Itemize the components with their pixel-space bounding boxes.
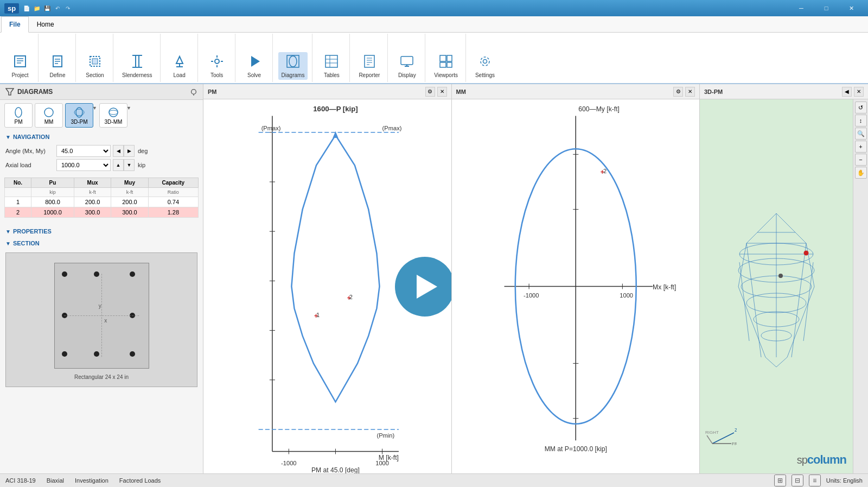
reporter-button[interactable]: Reporter [355,52,383,80]
3dpm-expand-btn[interactable]: ◀ [842,87,852,97]
close-button[interactable]: ✕ [839,0,864,16]
display-button[interactable]: Display [393,52,420,80]
axial-input[interactable]: 1000.0 [56,159,111,171]
3dmm-diagram-btn[interactable]: 3D-MM [99,103,127,128]
properties-section-header[interactable]: ▼ PROPERTIES [0,225,203,237]
svg-line-116 [792,243,806,357]
navigation-title: NAVIGATION [13,134,49,140]
svg-rect-37 [447,55,452,61]
load-button[interactable]: Load [166,52,193,80]
3dpm-diagram-btn[interactable]: 3D-PM [65,103,93,128]
view-list-btn[interactable]: ⊟ [792,475,803,486]
section-diagram: y x Rectangular 24 x 24 in [5,252,197,387]
3dmm-dropdown-arrow[interactable]: ▼ [126,105,131,111]
3d-rotate-btn[interactable]: ↺ [855,102,867,113]
svg-text:1: 1 [316,312,320,318]
mm-panel-header: MM ⚙ ✕ [452,84,700,99]
3dmm-label: 3D-MM [105,119,123,125]
3dpm-label: 3D-PM [71,119,87,125]
unit-row: kip k-ft k-ft Ratio [5,188,199,197]
svg-point-46 [44,108,53,117]
redo-icon[interactable]: ↷ [63,4,72,12]
viewports-button[interactable]: Viewports [431,52,461,80]
tables-button[interactable]: Tables [318,52,345,80]
new-file-icon[interactable]: 📄 [22,4,31,12]
3d-zoom-btn[interactable]: 🔍 [855,128,867,140]
3dpm-dropdown-arrow[interactable]: ▼ [92,105,97,111]
3d-pan-btn[interactable]: ↕ [855,115,867,127]
solve-button[interactable]: Solve [241,52,268,80]
angle-next-btn[interactable]: ▶ [124,145,135,157]
ribbon-tabs: File Home [0,16,868,33]
section-button[interactable]: Section [81,52,108,80]
diagrams-icon [285,54,301,71]
tools-button[interactable]: Tools [203,52,231,80]
display-label: Display [398,72,416,78]
diagrams-title-text: DIAGRAMS [17,88,53,96]
settings-button[interactable]: Settings [471,52,499,80]
3dpm-panel: 3D-PM ◀ ✕ .wire{fill:none;stroke:#3a7fc1… [700,84,868,473]
maximize-button[interactable]: □ [814,0,839,16]
project-button[interactable]: Project [7,52,34,80]
svg-rect-10 [136,55,139,67]
3d-zoomout-btn[interactable]: − [855,154,867,166]
title-bar: sp 📄 📁 💾 ↶ ↷ ─ □ ✕ [0,0,868,16]
column-text: column [807,453,846,466]
diagrams-button[interactable]: Diagrams [278,52,308,80]
3dmm-icon [107,106,120,119]
play-button-overlay[interactable] [395,257,451,317]
minimize-button[interactable]: ─ [789,0,814,16]
define-icon [50,54,65,71]
reporter-label: Reporter [359,72,380,78]
tables-label: Tables [324,72,340,78]
pm-settings-btn[interactable]: ⚙ [425,87,435,97]
mm-settings-btn[interactable]: ⚙ [673,87,683,97]
3d-hand-btn[interactable]: ✋ [855,167,867,179]
view-grid-btn[interactable]: ⊞ [774,475,786,486]
save-icon[interactable]: 💾 [43,4,52,12]
axial-prev-btn[interactable]: ▲ [113,159,124,171]
title-bar-controls: ─ □ ✕ [789,0,864,16]
unit-pu: kip [31,188,74,197]
navigation-section-header[interactable]: ▼ NAVIGATION [0,131,203,143]
status-bar: ACI 318-19 Biaxial Investigation Factore… [0,473,868,487]
filter-icon[interactable] [5,87,14,96]
svg-text:Z: Z [735,427,737,433]
undo-icon[interactable]: ↶ [53,4,62,12]
svg-rect-33 [401,56,413,65]
table-row[interactable]: 2 1000.0 300.0 300.0 1.28 [5,207,199,218]
row2-muy: 300.0 [111,207,148,218]
3dpm-icon [73,106,86,119]
col-muy: Muy [111,178,148,188]
load-point-inner [778,274,783,278]
angle-input[interactable]: 45.0 [56,145,111,157]
svg-line-115 [746,243,761,357]
table-row[interactable]: 1 800.0 200.0 200.0 0.74 [5,197,199,207]
axial-next-btn[interactable]: ▼ [124,159,135,171]
svg-text:-1000: -1000 [281,460,296,466]
pm-close-btn[interactable]: ✕ [437,87,447,97]
mm-diagram-btn[interactable]: MM [35,103,63,128]
status-right: ⊞ ⊟ ≡ Units: English [774,475,863,486]
svg-point-41 [481,57,489,66]
pin-icon[interactable] [190,88,197,96]
mm-close-btn[interactable]: ✕ [685,87,695,97]
3dpm-close-btn[interactable]: ✕ [854,87,864,97]
view-menu-btn[interactable]: ≡ [809,475,821,486]
ribbon-group-diagrams: Diagrams [274,34,313,82]
tab-home[interactable]: Home [29,16,62,33]
mm-chart-content: 600—My [k-ft] Mx [k-ft] -1000 1000 [452,99,700,473]
ribbon-group-tables: Tables [314,34,350,82]
slenderness-button[interactable]: Slenderness [119,52,156,80]
3d-zoomin-btn[interactable]: + [855,141,867,153]
angle-prev-btn[interactable]: ◀ [113,145,124,157]
define-button[interactable]: Define [44,52,71,80]
solve-icon [247,54,262,71]
svg-rect-39 [447,62,452,67]
open-icon[interactable]: 📁 [33,4,41,12]
svg-rect-0 [15,56,25,67]
section-section-header[interactable]: ▼ SECTION [0,237,203,249]
pm-diagram-btn[interactable]: PM [4,103,33,128]
tab-file[interactable]: File [1,16,29,33]
section-inner: y x [54,263,149,369]
